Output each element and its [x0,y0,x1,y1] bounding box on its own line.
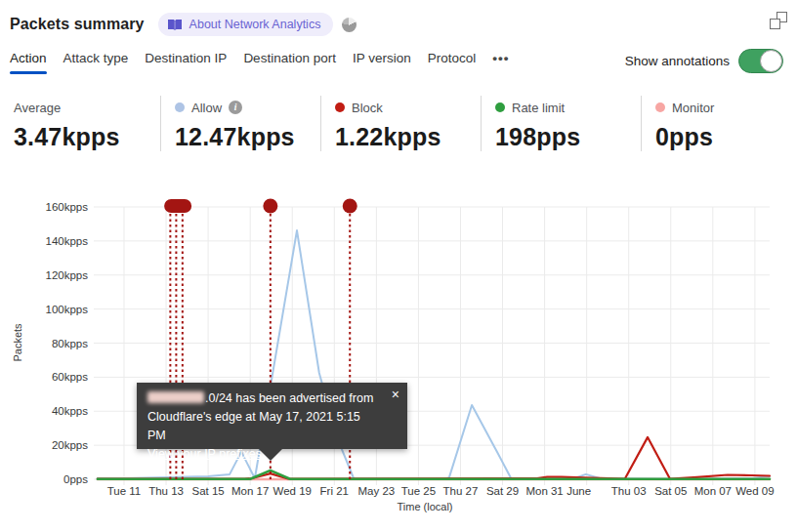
tooltip-line2: Cloudflare's edge at May 17, 2021 5:15 P… [147,410,360,442]
x-tick-label: Sat 15 [191,485,224,497]
x-tick-label: June [566,485,591,497]
dimension-tabs: ActionAttack typeDestination IPDestinati… [10,51,509,74]
stats-row: Average3.47kppsAllowi12.47kppsBlock1.22k… [0,96,797,151]
y-tick-label: 160kpps [46,201,89,213]
annotation-marker-dot[interactable] [343,199,357,214]
stat-label: Rate limit [512,101,565,115]
stat-value: 12.47kpps [175,123,313,151]
stat-label: Block [352,101,383,115]
x-tick-label: Tue 11 [107,485,142,497]
tab-destination-port[interactable]: Destination port [243,51,336,74]
y-tick-label: 100kpps [46,304,89,315]
redacted-ip-prefix [147,391,204,403]
tab-attack-type[interactable]: Attack type [63,51,129,74]
book-icon [167,19,183,31]
x-tick-label: Wed 19 [273,485,312,497]
view-ip-prefixes-link[interactable]: View your IP prefixes [147,447,262,461]
info-icon[interactable]: i [229,101,242,114]
x-tick-label: Thu 27 [443,485,479,497]
x-tick-label: Mon 31 [525,485,563,497]
tab-more-menu[interactable]: ••• [492,51,509,74]
close-icon[interactable]: × [392,387,399,402]
y-tick-label: 80kpps [52,338,88,349]
x-tick-label: Mon 07 [694,485,732,497]
y-tick-label: 140kpps [46,235,89,247]
y-axis-title: Packets [12,323,23,362]
stat-rate-limit: Rate limit198pps [481,96,641,151]
x-tick-label: Tue 25 [401,485,436,497]
x-tick-label: Fri 21 [320,485,349,497]
toggle-knob [760,50,782,72]
network-analytics-panel: Packets summary About Network Analytics … [0,0,797,532]
x-tick-label: Wed 09 [735,485,774,497]
x-tick-label: Sat 05 [654,485,687,497]
show-annotations-label: Show annotations [625,54,730,68]
stat-value: 1.22kpps [335,123,473,151]
y-tick-label: 0pps [63,473,88,485]
stat-label: Allow [191,101,222,115]
legend-dot [495,102,505,112]
x-tick-label: Thu 03 [611,485,647,497]
y-tick-label: 120kpps [46,269,89,281]
badge-label: About Network Analytics [189,18,321,31]
x-axis-title: Time (local) [397,501,452,512]
show-annotations-toggle[interactable] [738,49,783,73]
y-tick-label: 60kpps [52,371,88,383]
stat-label: Monitor [672,101,714,115]
stat-allow: Allowi12.47kpps [160,96,320,151]
pie-indicator-icon[interactable] [342,18,357,32]
tooltip-line1: .0/24 has been advertised from [205,391,373,405]
x-tick-label: Mon 17 [231,485,269,497]
about-network-analytics-badge[interactable]: About Network Analytics [158,13,334,36]
stat-value: 3.47kpps [14,123,152,151]
annotation-tooltip: × .0/24 has been advertised from Cloudfl… [137,383,407,449]
window-restore-icon[interactable] [770,12,787,29]
annotation-marker-dot[interactable] [263,199,277,214]
y-tick-label: 20kpps [52,439,88,451]
show-annotations-control: Show annotations [625,49,783,73]
page-title: Packets summary [10,16,145,33]
stat-value: 0pps [655,123,793,151]
legend-dot [175,102,185,112]
legend-dot [655,102,665,112]
stat-monitor: Monitor0pps [641,96,797,151]
stat-value: 198pps [495,123,633,151]
legend-dot [335,102,345,112]
x-tick-label: Thu 13 [148,485,184,497]
tooltip-caret [258,448,283,461]
tab-protocol[interactable]: Protocol [428,51,477,74]
tab-action[interactable]: Action [10,51,47,74]
packets-chart[interactable]: 160kpps140kpps120kpps100kpps80kpps60kpps… [0,185,797,527]
stat-label: Average [14,101,61,115]
y-tick-label: 40kpps [52,405,88,417]
tab-destination-ip[interactable]: Destination IP [145,51,227,74]
x-tick-label: May 23 [358,485,396,497]
stat-block: Block1.22kpps [320,96,481,151]
header: Packets summary About Network Analytics [10,10,787,39]
annotation-marker-cluster[interactable] [164,199,191,213]
x-tick-label: Sat 29 [486,485,519,497]
stat-average: Average3.47kpps [0,96,160,151]
tab-ip-version[interactable]: IP version [353,51,411,74]
